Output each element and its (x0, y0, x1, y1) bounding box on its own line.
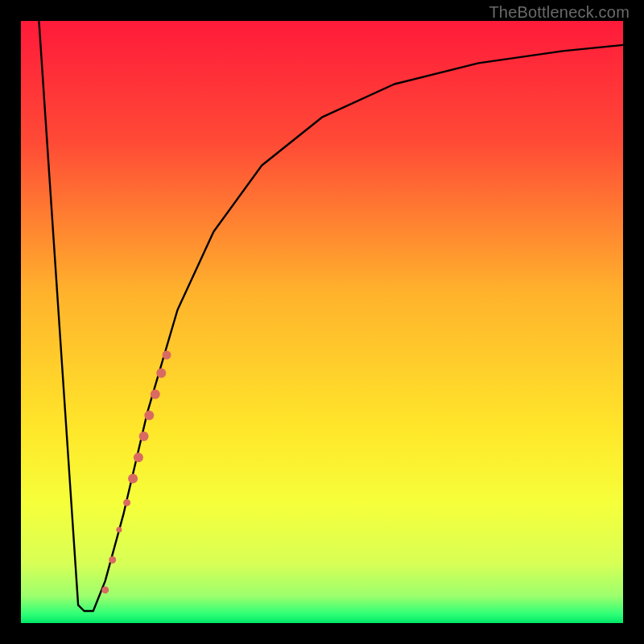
marker-dot (134, 452, 143, 462)
marker-dot (144, 411, 154, 420)
plot-area (21, 21, 623, 623)
gradient-background (21, 21, 623, 623)
marker-dot (109, 556, 116, 564)
marker-dot (163, 351, 171, 360)
marker-dot (156, 369, 166, 378)
marker-dot (128, 474, 138, 484)
attribution-watermark: TheBottleneck.com (489, 3, 630, 22)
chart-frame: TheBottleneck.com (0, 0, 644, 644)
marker-dot (116, 527, 122, 533)
marker-dot (123, 499, 130, 506)
marker-dot (139, 431, 149, 441)
marker-dot (151, 390, 160, 399)
chart-svg (21, 21, 623, 623)
marker-dot (101, 586, 109, 593)
